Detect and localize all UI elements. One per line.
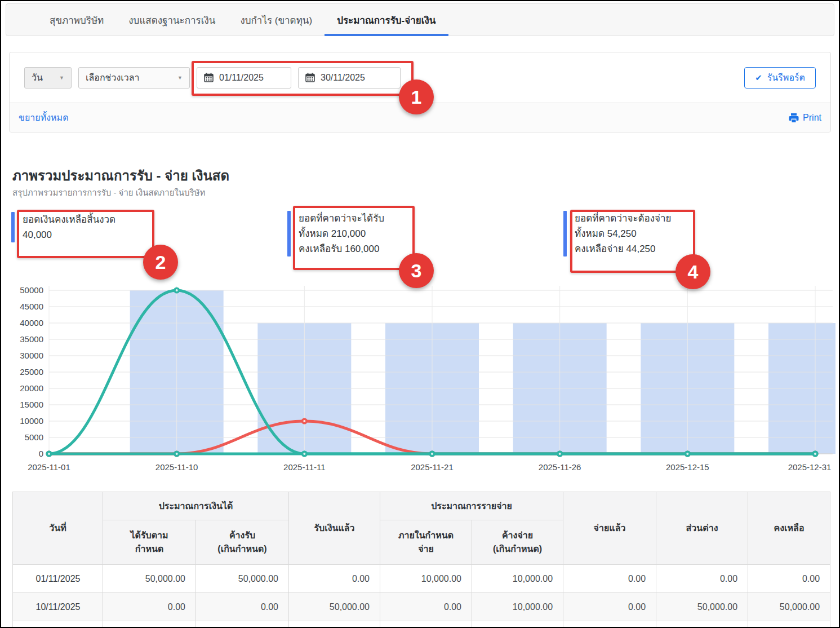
tab-label: ประมาณการรับ-จ่ายเงิน bbox=[337, 12, 435, 28]
print-link[interactable]: Print bbox=[789, 113, 821, 123]
cell-value: 0.00 bbox=[472, 621, 563, 628]
tab-0[interactable]: สุขภาพบริษัท bbox=[37, 4, 116, 36]
tab-label: งบแสดงฐานะการเงิน bbox=[128, 12, 215, 28]
card-text: ยอดที่คาดว่าจะได้รับทั้งหมด 210,000คงเหล… bbox=[299, 211, 384, 256]
panel-toolbar: ขยายทั้งหมด Print bbox=[10, 103, 830, 132]
tab-bar: สุขภาพบริษัทงบแสดงฐานะการเงินงบกำไร (ขาด… bbox=[6, 3, 834, 36]
svg-text:30000: 30000 bbox=[20, 351, 43, 360]
svg-text:2025-12-15: 2025-12-15 bbox=[666, 462, 709, 472]
time-range-dropdown-value: เลือกช่วงเวลา bbox=[86, 70, 139, 85]
cell-value: 0.00 bbox=[103, 593, 196, 621]
card-line: ยอดที่คาดว่าจะต้องจ่าย bbox=[575, 211, 672, 226]
cell-value: 10,000.00 bbox=[656, 621, 748, 628]
period-dropdown-value: วัน bbox=[32, 70, 43, 85]
cell-value: 50,000.00 bbox=[103, 565, 196, 593]
cell-value: 0.00 bbox=[380, 621, 472, 628]
period-dropdown[interactable]: วัน ▼ bbox=[24, 67, 72, 89]
col-header-difference: ส่วนต่าง bbox=[656, 492, 748, 565]
summary-card-expected-receive: ยอดที่คาดว่าจะได้รับทั้งหมด 210,000คงเหล… bbox=[287, 211, 384, 256]
cashflow-table: วันที่ ประมาณการเงินได้ รับเงินแล้ว ประม… bbox=[12, 492, 830, 628]
run-report-button[interactable]: ✔ รันรีพอร์ต bbox=[744, 67, 816, 89]
card-line: ยอดเงินคงเหลือสิ้นงวด bbox=[23, 212, 115, 227]
date-from-input[interactable]: 01/11/2025 bbox=[197, 67, 291, 89]
time-range-dropdown[interactable]: เลือกช่วงเวลา ▼ bbox=[78, 67, 190, 89]
card-line: 40,000 bbox=[23, 227, 115, 242]
summary-cards: ยอดที่คาดว่าจะต้องจ่ายทั้งหมด 54,250คงเห… bbox=[1, 204, 839, 283]
card-text: ยอดที่คาดว่าจะต้องจ่ายทั้งหมด 54,250คงเห… bbox=[575, 211, 672, 256]
card-line: ทั้งหมด 54,250 bbox=[575, 226, 672, 241]
cell-value: 10,000.00 bbox=[472, 593, 563, 621]
col-header-due-within: ภายในกำหนด จ่าย bbox=[380, 520, 472, 565]
tab-list: สุขภาพบริษัทงบแสดงฐานะการเงินงบกำไร (ขาด… bbox=[37, 4, 448, 36]
col-header-money-received: รับเงินแล้ว bbox=[289, 492, 380, 565]
chevron-down-icon: ▼ bbox=[177, 75, 183, 81]
card-line: คงเหลือจ่าย 44,250 bbox=[575, 241, 672, 256]
tab-label: งบกำไร (ขาดทุน) bbox=[240, 12, 312, 28]
svg-text:2025-11-26: 2025-11-26 bbox=[539, 462, 581, 472]
filter-row: วัน ▼ เลือกช่วงเวลา ▼ 01/11/2025 bbox=[10, 52, 830, 103]
card-line: ยอดที่คาดว่าจะได้รับ bbox=[299, 211, 384, 226]
card-line: คงเหลือรับ 160,000 bbox=[299, 241, 384, 256]
cell-date: 10/11/2025 bbox=[13, 593, 103, 621]
svg-text:2025-12-31: 2025-12-31 bbox=[788, 462, 832, 472]
date-to-value: 30/11/2025 bbox=[321, 73, 365, 83]
svg-text:2025-11-10: 2025-11-10 bbox=[155, 462, 198, 472]
expand-all-link[interactable]: ขยายทั้งหมด bbox=[19, 110, 69, 125]
col-header-balance: คงเหลือ bbox=[748, 492, 830, 565]
svg-text:45000: 45000 bbox=[20, 302, 43, 311]
page-subtitle: สรุปภาพรวมรายการการรับ - จ่าย เงินสดภายใ… bbox=[12, 186, 205, 200]
tab-2[interactable]: งบกำไร (ขาดทุน) bbox=[228, 4, 325, 36]
tab-3-active[interactable]: ประมาณการรับ-จ่ายเงิน bbox=[325, 4, 448, 36]
table-area: วันที่ ประมาณการเงินได้ รับเงินแล้ว ประม… bbox=[12, 492, 830, 628]
expand-all-label: ขยายทั้งหมด bbox=[19, 110, 69, 125]
svg-text:25000: 25000 bbox=[20, 367, 43, 377]
card-accent-bar bbox=[11, 212, 15, 242]
cell-value: 10,000.00 bbox=[563, 621, 656, 628]
cell-value: 0.00 bbox=[380, 593, 472, 621]
card-accent-bar bbox=[287, 211, 291, 256]
cell-value: 40,000.00 bbox=[748, 621, 830, 628]
col-group-income: ประมาณการเงินได้ bbox=[103, 492, 289, 520]
col-header-received-scheduled: ได้รับตาม กำหนด bbox=[103, 520, 196, 565]
calendar-icon bbox=[305, 73, 315, 82]
cell-value: 10,000.00 bbox=[380, 565, 472, 593]
svg-text:2025-11-01: 2025-11-01 bbox=[28, 462, 70, 472]
cell-value: 0.00 bbox=[289, 621, 380, 628]
summary-card-ending-balance: ยอดเงินคงเหลือสิ้นงวด40,000 bbox=[11, 212, 115, 242]
svg-text:40000: 40000 bbox=[20, 318, 43, 328]
printer-icon bbox=[789, 113, 799, 123]
table-row: 01/11/202550,000.0050,000.000.0010,000.0… bbox=[13, 565, 830, 593]
chart-area: 0500010000150002000025000300003500040000… bbox=[7, 283, 835, 477]
col-header-receivable-overdue: ค้างรับ (เกินกำหนด) bbox=[196, 520, 289, 565]
cell-value: 0.00 bbox=[748, 565, 830, 593]
svg-text:0: 0 bbox=[39, 449, 43, 458]
svg-text:15000: 15000 bbox=[20, 400, 43, 409]
calendar-icon bbox=[204, 73, 214, 82]
table-body: 01/11/202550,000.0050,000.000.0010,000.0… bbox=[13, 565, 830, 628]
chevron-down-icon: ▼ bbox=[59, 75, 64, 81]
svg-text:35000: 35000 bbox=[20, 334, 43, 344]
svg-text:50000: 50000 bbox=[20, 285, 43, 295]
cell-value: 50,000.00 bbox=[289, 593, 380, 621]
card-text: ยอดเงินคงเหลือสิ้นงวด40,000 bbox=[23, 212, 115, 242]
main-content: ภาพรวมประมาณการรับ - จ่าย เงินสด สรุปภาพ… bbox=[1, 132, 839, 627]
cell-value: 50,000.00 bbox=[196, 565, 289, 593]
svg-text:2025-11-11: 2025-11-11 bbox=[283, 462, 326, 472]
col-group-expense: ประมาณการรายจ่าย bbox=[380, 492, 563, 520]
summary-card-expected-pay: ยอดที่คาดว่าจะต้องจ่ายทั้งหมด 54,250คงเห… bbox=[563, 211, 672, 256]
tab-label: สุขภาพบริษัท bbox=[50, 12, 104, 28]
col-header-paid: จ่ายแล้ว bbox=[563, 492, 656, 565]
page-title: ภาพรวมประมาณการรับ - จ่าย เงินสด bbox=[12, 165, 229, 187]
tab-1[interactable]: งบแสดงฐานะการเงิน bbox=[116, 4, 228, 36]
svg-text:10000: 10000 bbox=[20, 416, 43, 426]
filter-panel: วัน ▼ เลือกช่วงเวลา ▼ 01/11/2025 bbox=[9, 52, 831, 132]
cell-value: 50,000.00 bbox=[656, 593, 748, 621]
col-header-payable-overdue: ค้างจ่าย (เกินกำหนด) bbox=[472, 520, 563, 565]
cell-value: 0.00 bbox=[656, 565, 748, 593]
date-to-input[interactable]: 30/11/2025 bbox=[298, 67, 401, 89]
run-report-label: รันรีพอร์ต bbox=[767, 70, 805, 85]
cell-value: 0.00 bbox=[563, 565, 656, 593]
cell-value: 0.00 bbox=[196, 593, 289, 621]
check-icon: ✔ bbox=[755, 73, 762, 83]
cell-date: 11/11/2025 bbox=[13, 621, 103, 628]
